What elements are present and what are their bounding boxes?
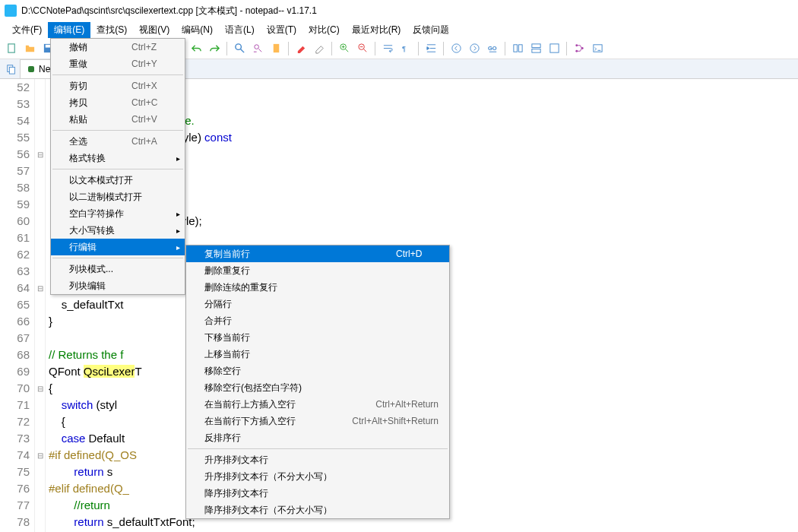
fold-marker[interactable]: [35, 313, 45, 330]
redo-icon[interactable]: [206, 40, 223, 57]
line-submenu-item-9[interactable]: 在当前行上方插入空行Ctrl+Alt+Return: [186, 396, 449, 413]
menu-encoding[interactable]: 编码(N): [176, 22, 219, 38]
highlight-icon[interactable]: [293, 40, 309, 57]
goto-icon[interactable]: GO: [484, 40, 501, 57]
fold-marker[interactable]: [35, 196, 45, 213]
menu-item-label: 大小写转换: [69, 224, 174, 237]
whitespace-icon[interactable]: ¶: [397, 40, 414, 57]
edit-menu-item-11[interactable]: 以二进制模式打开: [51, 188, 185, 205]
split-h-icon[interactable]: [509, 40, 526, 57]
line-submenu-item-14[interactable]: 升序排列文本行（不分大小写）: [186, 468, 449, 485]
clear-highlight-icon[interactable]: [311, 40, 328, 57]
fold-marker[interactable]: ⊟: [35, 146, 45, 163]
edit-menu-item-4[interactable]: 拷贝Ctrl+C: [51, 94, 185, 111]
fold-marker[interactable]: [35, 79, 45, 96]
line-submenu-item-4[interactable]: 合并行: [186, 312, 449, 329]
line-submenu-item-16[interactable]: 降序排列文本行（不分大小写）: [186, 502, 449, 518]
fold-marker[interactable]: [35, 480, 45, 497]
edit-menu-item-14[interactable]: 行编辑: [51, 239, 185, 255]
edit-menu-item-16[interactable]: 列块模式...: [51, 261, 185, 277]
menu-item-label: 列块模式...: [69, 263, 174, 276]
indent-icon[interactable]: [423, 40, 439, 57]
menu-file[interactable]: 文件(F): [6, 22, 48, 38]
find-icon[interactable]: [231, 40, 248, 57]
menu-item-label: 删除连续的重复行: [204, 281, 439, 294]
line-edit-submenu[interactable]: 复制当前行Ctrl+D删除重复行删除连续的重复行分隔行合并行下移当前行上移当前行…: [185, 245, 450, 519]
files-icon[interactable]: [3, 59, 20, 78]
fold-marker[interactable]: [35, 464, 45, 480]
unsplit-icon[interactable]: [546, 40, 562, 57]
svg-point-12: [254, 45, 258, 49]
undo-icon[interactable]: [188, 40, 204, 57]
terminal-icon[interactable]: [589, 40, 606, 57]
edit-menu-item-8[interactable]: 格式转换: [51, 150, 185, 166]
new-file-icon[interactable]: [3, 40, 20, 57]
edit-menu-item-1[interactable]: 重做Ctrl+Y: [51, 55, 185, 72]
fold-marker[interactable]: [35, 163, 45, 179]
fold-marker[interactable]: [35, 179, 45, 196]
menu-edit[interactable]: 编辑(E): [48, 22, 90, 38]
zoom-out-icon[interactable]: [354, 40, 371, 57]
line-number: 77: [0, 497, 30, 514]
fold-marker[interactable]: [35, 413, 45, 430]
line-submenu-item-11[interactable]: 反排序行: [186, 429, 449, 446]
fold-marker[interactable]: ⊟: [35, 447, 45, 464]
edit-menu-item-17[interactable]: 列块编辑: [51, 277, 185, 294]
edit-menu-item-12[interactable]: 空白字符操作: [51, 205, 185, 222]
nav-back-icon[interactable]: [448, 40, 464, 57]
svg-rect-21: [518, 45, 522, 52]
fold-marker[interactable]: [35, 363, 45, 380]
nav-forward-icon[interactable]: [466, 40, 483, 57]
wrap-icon[interactable]: [379, 40, 396, 57]
line-submenu-item-3[interactable]: 分隔行: [186, 296, 449, 312]
fold-marker[interactable]: [35, 112, 45, 129]
bookmark-icon[interactable]: [268, 40, 284, 57]
menu-feedback[interactable]: 反馈问题: [407, 22, 455, 38]
menu-language[interactable]: 语言(L): [219, 22, 261, 38]
edit-menu-item-0[interactable]: 撤销Ctrl+Z: [51, 39, 185, 55]
fold-marker[interactable]: [35, 213, 45, 230]
edit-menu-item-5[interactable]: 粘贴Ctrl+V: [51, 111, 185, 128]
line-submenu-item-6[interactable]: 上移当前行: [186, 346, 449, 363]
menu-compare[interactable]: 对比(C): [302, 22, 346, 38]
line-submenu-item-0[interactable]: 复制当前行Ctrl+D: [186, 245, 449, 262]
fold-marker[interactable]: [35, 397, 45, 413]
line-submenu-item-7[interactable]: 移除空行: [186, 363, 449, 379]
split-v-icon[interactable]: [527, 40, 544, 57]
toolbar-separator: [375, 42, 375, 55]
menu-recent[interactable]: 最近对比(R): [346, 22, 407, 38]
fold-marker[interactable]: [35, 96, 45, 112]
fold-marker[interactable]: [35, 497, 45, 514]
menu-view[interactable]: 视图(V): [133, 22, 176, 38]
line-submenu-item-13[interactable]: 升序排列文本行: [186, 451, 449, 468]
fold-marker[interactable]: ⊟: [35, 280, 45, 296]
replace-icon[interactable]: [249, 40, 266, 57]
menu-search[interactable]: 查找(S): [90, 22, 133, 38]
line-submenu-item-1[interactable]: 删除重复行: [186, 262, 449, 279]
fold-marker[interactable]: ⊟: [35, 380, 45, 397]
edit-menu-item-7[interactable]: 全选Ctrl+A: [51, 133, 185, 150]
open-folder-icon[interactable]: [21, 40, 38, 57]
edit-menu-item-3[interactable]: 剪切Ctrl+X: [51, 78, 185, 94]
line-submenu-item-8[interactable]: 移除空行(包括空白字符): [186, 379, 449, 396]
line-submenu-item-15[interactable]: 降序排列文本行: [186, 485, 449, 502]
fold-marker[interactable]: [35, 263, 45, 280]
fold-marker[interactable]: [35, 514, 45, 530]
tree-icon[interactable]: [571, 40, 587, 57]
line-submenu-item-5[interactable]: 下移当前行: [186, 329, 449, 346]
fold-marker[interactable]: [35, 330, 45, 347]
edit-menu-item-10[interactable]: 以文本模式打开: [51, 172, 185, 188]
fold-marker[interactable]: [35, 430, 45, 447]
line-submenu-item-10[interactable]: 在当前行下方插入空行Ctrl+Alt+Shift+Return: [186, 413, 449, 429]
edit-menu-item-13[interactable]: 大小写转换: [51, 222, 185, 239]
fold-marker[interactable]: [35, 246, 45, 263]
zoom-in-icon[interactable]: [336, 40, 353, 57]
fold-marker[interactable]: [35, 347, 45, 363]
fold-marker[interactable]: [35, 296, 45, 313]
menu-settings[interactable]: 设置(T): [261, 22, 302, 38]
fold-marker[interactable]: [35, 230, 45, 246]
fold-marker[interactable]: [35, 129, 45, 146]
line-submenu-item-2[interactable]: 删除连续的重复行: [186, 279, 449, 296]
edit-menu[interactable]: 撤销Ctrl+Z重做Ctrl+Y剪切Ctrl+X拷贝Ctrl+C粘贴Ctrl+V…: [50, 38, 185, 295]
fold-column[interactable]: ⊟⊟⊟⊟: [35, 79, 46, 532]
